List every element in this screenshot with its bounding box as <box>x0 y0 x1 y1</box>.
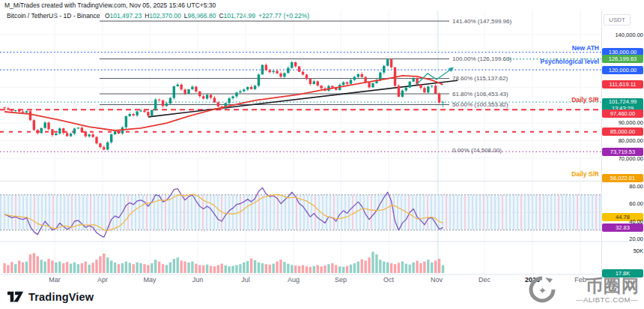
time-axis-label: Jul <box>241 276 250 284</box>
price-axis-label: 85,000.00 <box>602 128 643 136</box>
time-axis-label: Dec <box>479 276 490 284</box>
price-chart-canvas[interactable] <box>0 0 644 309</box>
fib-level-label: 50.00% (100,353.82) <box>452 101 508 108</box>
price-axis-label: 60.00 <box>602 200 644 208</box>
fib-level-label: 100.00% (126,199.63) <box>452 56 511 62</box>
fib-level-label: 61.80% (106,453.43) <box>452 91 508 98</box>
line-tag: Daily S/R <box>571 170 599 178</box>
time-axis-label: Nov <box>431 276 443 284</box>
time-axis-label: Apr <box>97 276 108 284</box>
time-axis-label: Aug <box>288 276 300 284</box>
line-tag: New ATH <box>572 44 599 52</box>
price-axis-label: 120,000.00 <box>602 66 643 74</box>
price-axis-label: 32.83 <box>602 224 643 232</box>
tradingview-logo[interactable]: TradingView <box>7 290 94 303</box>
tradingview-logo-icon <box>7 290 24 303</box>
watermark-logo-icon: ✦ <box>529 276 556 303</box>
fib-level-label: 0.00% (74,508.00) <box>452 147 502 154</box>
tradingview-brand: TradingView <box>28 291 94 303</box>
price-axis-label: 111,619.11 <box>602 80 643 88</box>
fib-level-label: 78.60% (115,137.62) <box>452 75 508 82</box>
svg-text:✦: ✦ <box>538 285 547 296</box>
time-axis-label: Oct <box>383 276 394 284</box>
line-tag: Daily S/R <box>571 96 599 104</box>
price-axis-label: 80,000.00 <box>602 136 644 145</box>
price-axis-label: 70,000.00 <box>602 154 644 163</box>
price-axis-label: 126,199.63 <box>602 55 643 63</box>
time-axis-label: Sep <box>335 276 347 284</box>
time-axis-label: Mar <box>49 276 61 284</box>
price-axis-label: 90,000.00 <box>602 118 644 127</box>
time-axis-label: Jun <box>192 276 204 284</box>
axis-divider <box>601 10 602 285</box>
currency-toggle[interactable]: USDT <box>604 14 631 26</box>
price-axis-label: 97,460.00 <box>602 110 643 118</box>
price-axis-label: 140,000.00 <box>602 31 644 39</box>
price-axis-label: 50K <box>602 247 644 255</box>
price-axis-label: 20.00 <box>602 235 644 243</box>
fib-level-label: 141.40% (147,599.96) <box>452 18 511 25</box>
watermark-site-text: —ALIBTC.COM— <box>576 296 638 304</box>
chart-snapshot: M_MiTrades created with TradingView.com,… <box>0 0 644 309</box>
site-watermark: ✦ 币圈网 —ALIBTC.COM— <box>529 273 641 309</box>
time-axis-label: May <box>143 276 156 284</box>
watermark-cjk-text: 币圈网 <box>586 274 640 298</box>
price-axis-label: 80.00 <box>602 182 644 190</box>
line-tag: Psychological level <box>541 58 599 65</box>
